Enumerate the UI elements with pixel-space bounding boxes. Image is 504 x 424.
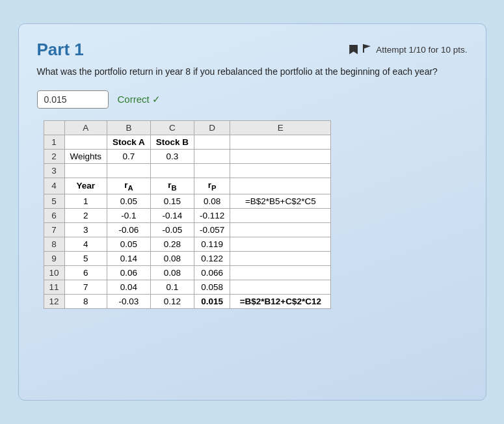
cell-d	[194, 135, 230, 150]
cell-e	[230, 280, 331, 294]
row-num: 11	[44, 280, 64, 294]
cell-b: 0.05	[107, 194, 151, 208]
cell-b: 0.04	[107, 280, 151, 294]
cell-a: 7	[64, 280, 107, 294]
cell-d: 0.066	[194, 265, 230, 280]
cell-e	[230, 237, 331, 251]
cell-b: 0.7	[107, 150, 151, 164]
table-row: 73-0.06-0.05-0.057	[44, 222, 331, 237]
cell-b: -0.06	[107, 222, 151, 237]
cell-e	[230, 222, 331, 237]
cell-d: 0.122	[194, 251, 230, 265]
cell-b: -0.03	[107, 294, 151, 308]
table-row: 4YearrArBrP	[44, 178, 331, 194]
bookmark-icon	[349, 45, 358, 55]
header-row: Part 1 Attempt 1/10 for 10 pts.	[37, 40, 468, 60]
row-num: 2	[44, 150, 64, 164]
cell-d: 0.119	[194, 237, 230, 251]
cell-a	[64, 135, 107, 150]
cell-b: 0.05	[107, 237, 151, 251]
table-row: 128-0.030.120.015=B$2*B12+C$2*C12	[44, 294, 331, 308]
question-text: What was the portfolio return in year 8 …	[37, 65, 468, 79]
cell-c: 0.28	[150, 237, 194, 251]
row-num: 6	[44, 208, 64, 222]
table-row: 840.050.280.119	[44, 237, 331, 251]
cell-c: rB	[150, 178, 194, 194]
cell-a: 1	[64, 194, 107, 208]
answer-input[interactable]	[37, 90, 109, 109]
table-row: 950.140.080.122	[44, 251, 331, 265]
cell-b: 0.14	[107, 251, 151, 265]
cell-d	[194, 164, 230, 178]
cell-c: -0.14	[150, 208, 194, 222]
attempt-info: Attempt 1/10 for 10 pts.	[349, 44, 467, 55]
col-header-c: C	[150, 121, 194, 135]
cell-c	[150, 164, 194, 178]
cell-b: 0.06	[107, 265, 151, 280]
table-row: 62-0.1-0.14-0.112	[44, 208, 331, 222]
cell-d	[194, 150, 230, 164]
cell-a: 3	[64, 222, 107, 237]
cell-a: Year	[64, 178, 107, 194]
cell-c: 0.3	[150, 150, 194, 164]
cell-c: 0.15	[150, 194, 194, 208]
cell-a: 2	[64, 208, 107, 222]
row-num: 8	[44, 237, 64, 251]
answer-row: Correct ✓	[37, 90, 468, 109]
row-num: 9	[44, 251, 64, 265]
cell-b: -0.1	[107, 208, 151, 222]
cell-a: 5	[64, 251, 107, 265]
row-num: 3	[44, 164, 64, 178]
table-row: 1170.040.10.058	[44, 280, 331, 294]
spreadsheet: A B C D E 1Stock AStock B2Weights0.70.33…	[44, 120, 468, 309]
main-card: Part 1 Attempt 1/10 for 10 pts. What was…	[18, 23, 486, 401]
cell-d: -0.057	[194, 222, 230, 237]
cell-d: 0.015	[194, 294, 230, 308]
cell-c: Stock B	[150, 135, 194, 150]
cell-d: -0.112	[194, 208, 230, 222]
col-header-e: E	[230, 121, 331, 135]
cell-d: 0.058	[194, 280, 230, 294]
cell-e	[230, 208, 331, 222]
cell-a: 4	[64, 237, 107, 251]
cell-e	[230, 265, 331, 280]
correct-label: Correct ✓	[118, 94, 161, 105]
cell-a	[64, 164, 107, 178]
cell-d: 0.08	[194, 194, 230, 208]
cell-b: Stock A	[107, 135, 151, 150]
spreadsheet-table: A B C D E 1Stock AStock B2Weights0.70.33…	[44, 120, 332, 309]
row-num: 12	[44, 294, 64, 308]
cell-e	[230, 164, 331, 178]
svg-marker-1	[364, 44, 371, 49]
cell-a: 6	[64, 265, 107, 280]
cell-c: 0.08	[150, 265, 194, 280]
table-row: 510.050.150.08=B$2*B5+C$2*C5	[44, 194, 331, 208]
cell-e	[230, 178, 331, 194]
cell-c: 0.08	[150, 251, 194, 265]
row-num: 7	[44, 222, 64, 237]
table-row: 2Weights0.70.3	[44, 150, 331, 164]
row-num: 1	[44, 135, 64, 150]
cell-b: rA	[107, 178, 151, 194]
table-row: 1Stock AStock B	[44, 135, 331, 150]
flag-icon	[362, 44, 372, 55]
cell-d: rP	[194, 178, 230, 194]
cell-c: 0.1	[150, 280, 194, 294]
row-num: 4	[44, 178, 64, 194]
cell-c: -0.05	[150, 222, 194, 237]
cell-e	[230, 251, 331, 265]
col-header-row: A B C D E	[44, 121, 331, 135]
col-header-b: B	[107, 121, 151, 135]
col-header-a: A	[64, 121, 107, 135]
cell-e: =B$2*B12+C$2*C12	[230, 294, 331, 308]
cell-b	[107, 164, 151, 178]
row-num: 5	[44, 194, 64, 208]
cell-e	[230, 135, 331, 150]
cell-e	[230, 150, 331, 164]
col-header-rownum	[44, 121, 64, 135]
attempt-text: Attempt 1/10 for 10 pts.	[376, 45, 467, 55]
col-header-d: D	[194, 121, 230, 135]
cell-e: =B$2*B5+C$2*C5	[230, 194, 331, 208]
cell-a: 8	[64, 294, 107, 308]
cell-c: 0.12	[150, 294, 194, 308]
